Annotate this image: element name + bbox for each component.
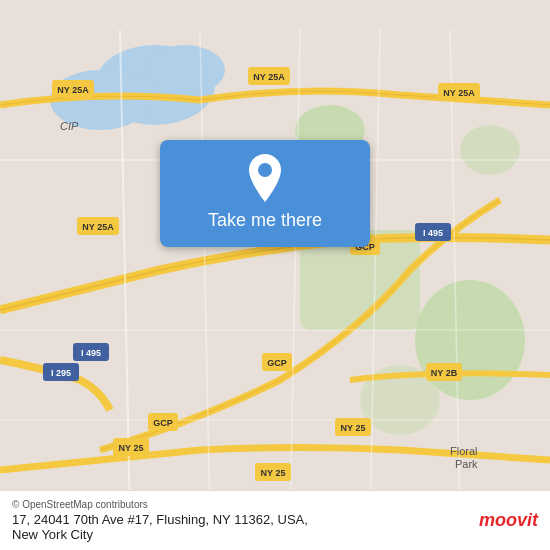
svg-text:NY 25: NY 25 <box>261 468 286 478</box>
address-section: © OpenStreetMap contributors 17, 24041 7… <box>12 499 469 542</box>
svg-text:NY 25A: NY 25A <box>443 88 475 98</box>
svg-text:NY 25: NY 25 <box>119 443 144 453</box>
address-text: 17, 24041 70th Ave #17, Flushing, NY 113… <box>12 512 469 542</box>
svg-point-48 <box>258 163 272 177</box>
svg-point-3 <box>145 45 225 95</box>
svg-text:NY 25A: NY 25A <box>57 85 89 95</box>
svg-text:NY 25: NY 25 <box>341 423 366 433</box>
map-svg: NY 25A NY 25A NY 25A NY 25A I 495 I 495 … <box>0 0 550 550</box>
svg-text:GCP: GCP <box>267 358 287 368</box>
svg-text:Park: Park <box>455 458 478 470</box>
svg-text:I 495: I 495 <box>81 348 101 358</box>
take-me-there-button[interactable]: Take me there <box>160 140 370 247</box>
moovit-logo: moovit <box>479 510 538 531</box>
moovit-text: moovit <box>479 510 538 531</box>
svg-text:CIP: CIP <box>60 120 79 132</box>
svg-text:I 495: I 495 <box>423 228 443 238</box>
svg-text:Floral: Floral <box>450 445 478 457</box>
take-me-there-label: Take me there <box>208 210 322 231</box>
svg-text:GCP: GCP <box>153 418 173 428</box>
copyright-text: © OpenStreetMap contributors <box>12 499 469 510</box>
bottom-bar: © OpenStreetMap contributors 17, 24041 7… <box>0 490 550 550</box>
svg-text:NY 25A: NY 25A <box>253 72 285 82</box>
svg-text:NY 2B: NY 2B <box>431 368 458 378</box>
location-pin-icon <box>245 154 285 202</box>
map-container: NY 25A NY 25A NY 25A NY 25A I 495 I 495 … <box>0 0 550 550</box>
svg-text:NY 25A: NY 25A <box>82 222 114 232</box>
svg-point-7 <box>460 125 520 175</box>
svg-text:I 295: I 295 <box>51 368 71 378</box>
